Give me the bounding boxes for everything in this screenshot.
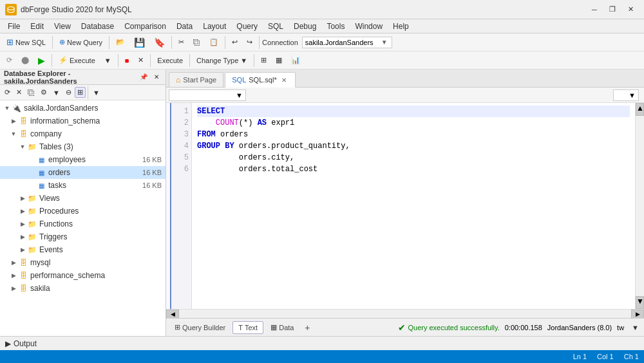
tree-item-tables[interactable]: ▼ 📁 Tables (3)	[0, 140, 166, 153]
toolbar-btn-copy[interactable]: ⿻	[189, 37, 204, 48]
icon1: 📂	[116, 38, 125, 46]
db-schema-btn[interactable]: ⊞	[75, 87, 86, 98]
menu-item-layout[interactable]: Layout	[198, 21, 231, 32]
new-sql-button[interactable]: ⊞ New SQL	[3, 35, 50, 49]
tree-item-events[interactable]: ▶ 📁 Events	[0, 243, 166, 256]
tree-label: Triggers	[39, 232, 68, 241]
cancel-icon: ✕	[138, 56, 144, 64]
menu-item-edit[interactable]: Edit	[25, 21, 49, 32]
connection-value: sakila.JordanSanders	[305, 39, 380, 46]
folder-icon: 📁	[27, 219, 37, 229]
menu-item-comparison[interactable]: Comparison	[119, 21, 171, 32]
tree-size: 16 KB	[142, 156, 166, 163]
toolbar-btn-2[interactable]: 💾	[130, 35, 149, 50]
db-explorer-close[interactable]: ✕	[151, 72, 162, 82]
toolbar-btn-1[interactable]: 📂	[112, 36, 129, 48]
tree-item-root[interactable]: ▼ 🔌 sakila.JordanSanders	[0, 102, 166, 115]
tree-item-orders[interactable]: ▦ orders 16 KB	[0, 166, 166, 179]
toolbar-btn-paste[interactable]: 📋	[205, 36, 222, 48]
toolbar-btn-3[interactable]: 🔖	[150, 35, 169, 50]
close-button[interactable]: ✕	[622, 3, 639, 16]
encoding-dropdown[interactable]: ▼	[613, 89, 639, 101]
menu-item-view[interactable]: View	[49, 21, 76, 32]
tree-size: 16 KB	[142, 182, 166, 189]
scroll-left[interactable]: ◀	[166, 310, 179, 319]
horizontal-scrollbar[interactable]: ◀ ▶	[166, 309, 644, 318]
menu-item-query[interactable]: Query	[231, 21, 263, 32]
tree-item-mysql[interactable]: ▶ 🗄 mysql	[0, 256, 166, 269]
tree-item-company[interactable]: ▼ 🗄 company	[0, 127, 166, 140]
toolbar2-chart[interactable]: 📊	[287, 54, 304, 66]
tree-label: Procedures	[39, 207, 79, 216]
db-filter2-btn[interactable]: ▼	[50, 88, 62, 98]
restore-button[interactable]: ❐	[604, 3, 621, 16]
db-explorer-pin[interactable]: 📌	[137, 72, 150, 82]
menu-item-database[interactable]: Database	[76, 21, 119, 32]
tree-item-procedures[interactable]: ▶ 📁 Procedures	[0, 205, 166, 218]
db-refresh-btn[interactable]: ⟳	[2, 87, 13, 98]
editor-toolbar: ▼ ▼	[166, 88, 644, 103]
db-delete-btn[interactable]: ✕	[14, 87, 24, 98]
add-tab-button[interactable]: +	[301, 321, 314, 334]
db-copy-btn[interactable]: ⿻	[25, 88, 37, 98]
toolbar2-cancel[interactable]: ✕	[134, 54, 147, 66]
vertical-scrollbar[interactable]: ▲ ▼	[635, 103, 644, 309]
tree-item-functions[interactable]: ▶ 📁 Functions	[0, 218, 166, 230]
stop-icon: ■	[125, 57, 129, 64]
tree-toggle: ▶	[18, 245, 27, 254]
schema-dropdown[interactable]: ▼	[169, 89, 246, 101]
tab-data[interactable]: ▦ Data	[265, 321, 299, 334]
tab-label: SQL.sql*	[249, 76, 276, 84]
tree-item-sakila[interactable]: ▶ 🗄 sakila	[0, 282, 166, 295]
scroll-up[interactable]: ▲	[636, 103, 644, 116]
menu-item-help[interactable]: Help	[388, 21, 414, 32]
tree-item-tasks[interactable]: ▦ tasks 16 KB	[0, 179, 166, 192]
db-filter-btn[interactable]: ⚙	[38, 87, 50, 98]
scroll-right[interactable]: ▶	[631, 310, 644, 319]
tab-close-icon[interactable]: ✕	[279, 75, 289, 84]
change-type-button[interactable]: Change Type ▼	[193, 55, 251, 66]
menu-item-file[interactable]: File	[3, 21, 25, 32]
toolbar-btn-cut[interactable]: ✂	[175, 36, 188, 48]
toolbar2-btn2[interactable]: ⬤	[17, 54, 33, 66]
tab-query-builder[interactable]: ⊞ Query Builder	[169, 321, 231, 334]
menu-item-data[interactable]: Data	[171, 21, 198, 32]
menu-item-window[interactable]: Window	[350, 21, 388, 32]
toolbar-btn-undo[interactable]: ↩	[228, 36, 242, 48]
execute2-button[interactable]: Execute	[153, 55, 187, 66]
menu-item-debug[interactable]: Debug	[289, 21, 321, 32]
toolbar2-btn1[interactable]: ⟳	[3, 54, 16, 66]
scroll-down[interactable]: ▼	[636, 296, 644, 309]
tree-item-info-schema[interactable]: ▶ 🗄 information_schema	[0, 115, 166, 127]
more-icon: ▼	[104, 57, 111, 64]
code-editor[interactable]: 1 2 3 4 5 6 SELECT COUNT(*) AS expr1 FRO…	[166, 103, 644, 318]
minimize-button[interactable]: ─	[586, 3, 603, 16]
tree-item-views[interactable]: ▶ 📁 Views	[0, 192, 166, 205]
tree-item-employees[interactable]: ▦ employees 16 KB	[0, 153, 166, 166]
status-arrow-btn[interactable]: ▼	[629, 323, 641, 332]
tab-start-page[interactable]: ⌂ Start Page	[169, 72, 223, 87]
db-down-btn[interactable]: ▼	[90, 88, 102, 98]
toolbar2-grid[interactable]: ⊞	[257, 54, 270, 66]
toolbar2-more[interactable]: ▼	[100, 55, 115, 66]
tab-text[interactable]: T Text	[232, 321, 263, 334]
db-filter3-btn[interactable]: ⊖	[63, 87, 74, 98]
menu-item-sql[interactable]: SQL	[263, 21, 289, 32]
chart-icon: 📊	[291, 56, 300, 64]
menu-item-tools[interactable]: Tools	[321, 21, 350, 32]
code-content[interactable]: SELECT COUNT(*) AS expr1 FROM orders GRO…	[192, 103, 635, 309]
toolbar2-btn3[interactable]: ▶	[34, 53, 49, 68]
toolbar2-stop[interactable]: ■	[121, 55, 133, 66]
toolbar-btn-redo[interactable]: ↪	[243, 36, 256, 48]
svg-point-0	[8, 6, 14, 10]
tree-toggle: ▶	[9, 284, 18, 293]
connection-dropdown[interactable]: sakila.JordanSanders ▼	[302, 37, 392, 48]
execute-button[interactable]: ⚡ Execute	[55, 54, 99, 66]
output-bar[interactable]: ▶ Output	[0, 336, 644, 350]
database-icon: 🗄	[18, 116, 28, 126]
tab-sql[interactable]: SQL SQL.sql* ✕	[225, 72, 295, 88]
tree-item-performance[interactable]: ▶ 🗄 performance_schema	[0, 269, 166, 282]
toolbar2-table[interactable]: ▦	[272, 54, 286, 66]
new-query-button[interactable]: ⊕ New Query	[55, 36, 106, 48]
tree-item-triggers[interactable]: ▶ 📁 Triggers	[0, 230, 166, 243]
